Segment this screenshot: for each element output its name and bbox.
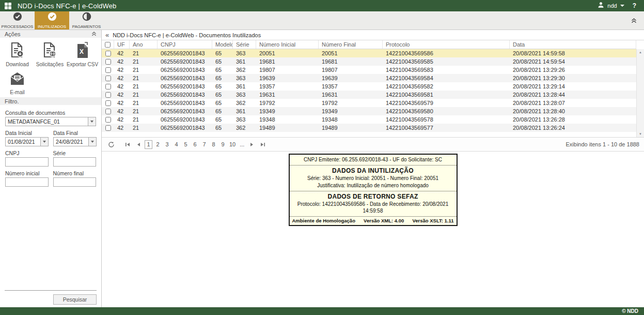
numero-final-input[interactable] [53, 177, 97, 187]
data-inicial-input[interactable] [6, 138, 40, 146]
detail-versao-xslt: Versão XSLT: 1.11 [412, 218, 453, 223]
cnpj-input[interactable] [5, 157, 49, 167]
table-body: 4221062556920018436536320051200511422100… [102, 49, 636, 132]
table-row[interactable]: 4221062556920018436536219807198071422100… [102, 66, 636, 74]
select-all-checkbox[interactable] [105, 42, 111, 48]
page-button[interactable]: 9 [219, 140, 227, 149]
serie-input[interactable] [53, 157, 97, 167]
detail-panel: CNPJ Emitente: 06.255.692/0018-43 - UF d… [289, 154, 458, 226]
exportar-csv-button[interactable]: X Exportar CSV [66, 42, 99, 67]
table-row[interactable]: 4221062556920018436536219489194891422100… [102, 124, 636, 132]
vertical-scrollbar[interactable]: ▲ ▼ [636, 49, 644, 137]
help-button[interactable]: ? [633, 2, 636, 9]
row-checkbox[interactable] [105, 125, 111, 131]
row-checkbox-cell [102, 92, 114, 98]
page-button[interactable]: 10 [228, 140, 237, 149]
row-checkbox[interactable] [105, 100, 111, 106]
column-header[interactable]: CNPJ [158, 40, 212, 49]
table-cell: 65 [212, 116, 233, 123]
scroll-down-icon[interactable]: ▼ [639, 132, 642, 136]
page-button[interactable]: 2 [154, 140, 162, 149]
table-cell: 06255692001843 [158, 108, 212, 114]
row-checkbox[interactable] [105, 84, 111, 89]
page-button[interactable]: 5 [182, 140, 190, 149]
chevron-down-icon[interactable] [40, 138, 48, 146]
page-button[interactable]: 4 [172, 140, 180, 149]
user-menu[interactable]: ndd [598, 1, 624, 10]
row-checkbox[interactable] [105, 51, 111, 56]
collapse-ribbon-icon[interactable] [631, 16, 637, 25]
row-checkbox[interactable] [105, 109, 111, 114]
scroll-up-icon[interactable]: ▲ [639, 51, 642, 54]
pesquisar-button[interactable]: Pesquisar [53, 294, 97, 305]
collapse-sidebar-icon[interactable]: « [105, 32, 109, 38]
first-page-button[interactable] [123, 140, 132, 149]
row-checkbox[interactable] [105, 117, 111, 123]
table-cell: 06255692001843 [158, 92, 212, 98]
page-button[interactable]: 8 [210, 140, 217, 149]
refresh-icon[interactable] [106, 140, 116, 149]
table-row[interactable]: 4221062556920018436536119681196811422100… [102, 57, 636, 66]
email-button[interactable]: E-mail [1, 71, 34, 95]
row-checkbox[interactable] [105, 67, 111, 73]
tab-strip: PROCESSADOS INUTILIZADOS PAGAMENTOS [0, 11, 644, 30]
table-cell: 361 [233, 83, 256, 89]
detail-protocolo-line: Protocolo: 142210043569586 - Data de Rec… [292, 201, 454, 215]
table-row[interactable]: 4221062556920018436536320051200511422100… [102, 49, 636, 57]
table-row[interactable]: 4221062556920018436536319348193481422100… [102, 115, 636, 124]
table-cell: 20/08/2021 13:28:07 [510, 100, 636, 106]
action-label: Exportar CSV [67, 62, 98, 67]
pages-ellipsis: ... [238, 140, 246, 149]
row-checkbox[interactable] [105, 92, 111, 98]
page-button[interactable]: 3 [163, 140, 171, 149]
consulta-input[interactable] [6, 117, 88, 126]
page-button[interactable]: 1 [145, 140, 152, 149]
page-button[interactable]: 7 [200, 140, 208, 149]
collapse-actions-icon[interactable] [91, 32, 97, 36]
table-cell: 19639 [256, 75, 319, 81]
table-row[interactable]: 4221062556920018436536319631196311422100… [102, 91, 636, 99]
chevron-down-icon[interactable] [88, 138, 96, 146]
column-header[interactable]: Número Final [319, 40, 383, 49]
data-inicial-picker[interactable] [5, 137, 49, 146]
chevron-down-icon[interactable] [88, 117, 96, 126]
column-header[interactable]: Data [510, 40, 636, 49]
table-row[interactable]: 4221062556920018436536119357193571422100… [102, 82, 636, 91]
table-row[interactable]: 4221062556920018436536319639196391422100… [102, 74, 636, 82]
row-checkbox[interactable] [105, 76, 111, 81]
detail-section2-title: DADOS DE RETORNO SEFAZ [292, 193, 454, 200]
table-row[interactable]: 4221062556920018436536119349193491422100… [102, 107, 636, 115]
table-cell: 21 [130, 67, 158, 73]
tab-label: PROCESSADOS [2, 24, 34, 29]
apps-grid-icon[interactable] [5, 3, 11, 9]
prev-page-button[interactable] [134, 140, 143, 149]
detail-ambiente: Ambiente de Homologação [292, 218, 355, 223]
column-header[interactable]: Número Inicial [256, 40, 319, 49]
table-cell: 06255692001843 [158, 50, 212, 56]
tab-pagamentos[interactable]: PAGAMENTOS [69, 11, 104, 29]
column-header[interactable]: Série [233, 40, 256, 49]
detail-emitente-line: CNPJ Emitente: 06.255.692/0018-43 - UF d… [292, 156, 454, 163]
tab-processados[interactable]: PROCESSADOS [0, 11, 35, 29]
table-cell: 19348 [256, 116, 319, 123]
tab-inutilizados[interactable]: INUTILIZADOS [35, 11, 69, 29]
table-row[interactable]: 4221062556920018436536219792197921422100… [102, 99, 636, 107]
download-button[interactable]: Download [1, 42, 34, 67]
numero-inicial-input[interactable] [5, 177, 49, 187]
table-cell: 20/08/2021 13:28:44 [510, 92, 636, 98]
solicitacoes-button[interactable]: Solicitações [34, 42, 66, 67]
row-checkbox[interactable] [105, 59, 111, 65]
table-cell: 21 [130, 83, 158, 89]
table-cell: 06255692001843 [158, 125, 212, 131]
column-header[interactable]: Protocolo [383, 40, 510, 49]
last-page-button[interactable] [258, 140, 268, 149]
numero-inicial-label: Número inicial [5, 170, 49, 176]
column-header[interactable]: Modelo [212, 40, 233, 49]
consulta-select[interactable] [5, 117, 96, 126]
column-header[interactable]: UF [114, 40, 130, 49]
page-button[interactable]: 6 [191, 140, 199, 149]
data-final-input[interactable] [54, 138, 88, 146]
data-final-picker[interactable] [53, 137, 97, 146]
column-header[interactable]: Ano [130, 40, 158, 49]
next-page-button[interactable] [247, 140, 257, 149]
